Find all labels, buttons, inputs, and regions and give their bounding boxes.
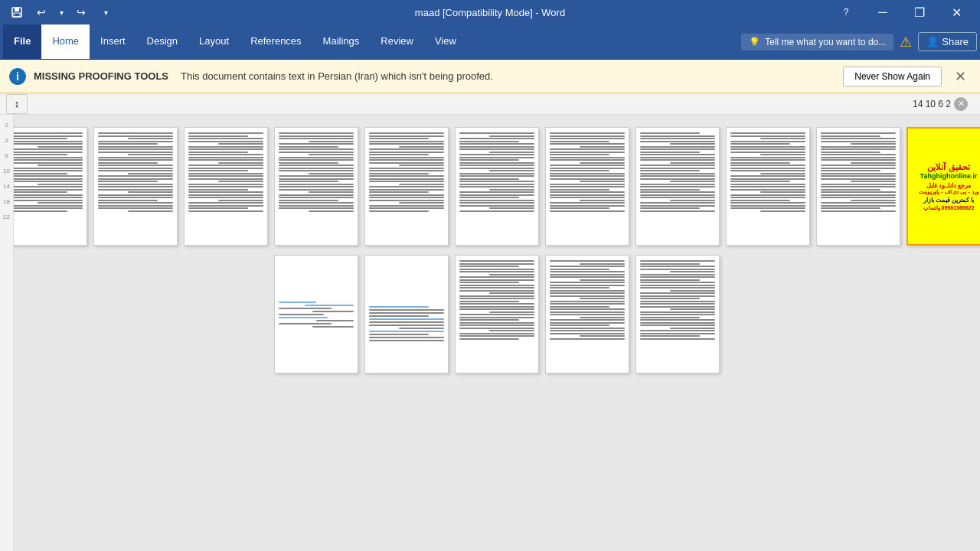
page-thumb-7[interactable]	[545, 127, 629, 246]
customize-qat-button[interactable]: ▾	[95, 2, 116, 23]
window-controls: ? ─ ❐ ✕	[828, 0, 974, 24]
page-thumb-1[interactable]	[14, 127, 87, 246]
page-row-1: تحقیق آنلاین Tahghighonline.ir مرجع دانل…	[14, 127, 980, 246]
svg-rect-1	[15, 8, 19, 11]
ad-site: Tahghighonline.ir	[920, 172, 978, 180]
page-thumb-ad[interactable]: تحقیق آنلاین Tahghighonline.ir مرجع دانل…	[906, 127, 980, 246]
ad-desc: مرجع دانلــود فایل	[926, 182, 971, 189]
share-label: Share	[942, 36, 969, 47]
page-thumb-8[interactable]	[635, 127, 720, 246]
ruler-mark-2b: 2	[5, 133, 8, 148]
undo-button[interactable]: ↩	[31, 2, 52, 23]
left-ruler: 2 2 6 10 14 18 22	[0, 115, 14, 551]
help-button[interactable]: ?	[828, 0, 864, 24]
tell-me-text: Tell me what you want to do...	[765, 37, 886, 47]
page-thumb-3[interactable]	[184, 127, 268, 246]
page-thumb-2[interactable]	[93, 127, 178, 246]
info-bar: i MISSING PROOFING TOOLS This document c…	[0, 60, 980, 93]
warning-icon: ⚠	[900, 34, 912, 51]
ad-phone: 09981366622 واتساپ	[923, 205, 975, 211]
document-area: تحقیق آنلاین Tahghighonline.ir مرجع دانل…	[14, 115, 980, 551]
tab-review[interactable]: Review	[370, 24, 424, 59]
ruler-mark-10: 10	[3, 164, 10, 179]
share-button[interactable]: 👤 Share	[918, 32, 977, 51]
zoom-indicator: 14 10 6 2 ✕	[913, 97, 968, 111]
ruler-mark-14: 14	[3, 179, 10, 194]
lightbulb-icon: 💡	[749, 37, 760, 47]
ruler-strip: ↕ 14 10 6 2 ✕	[0, 93, 980, 115]
page-thumb-15[interactable]	[545, 255, 629, 373]
ruler-mark-2: 2	[5, 118, 8, 133]
restore-button[interactable]: ❐	[902, 0, 937, 24]
page-thumb-13[interactable]	[364, 255, 449, 373]
tab-insert[interactable]: Insert	[90, 24, 136, 59]
tab-mailings[interactable]: Mailings	[312, 24, 371, 59]
page-thumb-9[interactable]	[726, 127, 810, 246]
zoom-close-button[interactable]: ✕	[954, 97, 968, 111]
tab-view[interactable]: View	[424, 24, 467, 59]
zoom-values: 14 10 6 2	[913, 99, 951, 109]
tab-file[interactable]: File	[3, 24, 41, 59]
window-title: maad [Compatibility Mode] - Word	[415, 7, 565, 18]
redo-button[interactable]: ↪	[70, 2, 92, 23]
close-button[interactable]: ✕	[939, 0, 974, 24]
ribbon-right: 💡 Tell me what you want to do... ⚠ 👤 Sha…	[741, 24, 977, 59]
undo-dropdown-button[interactable]: ▾	[55, 2, 67, 23]
tab-references[interactable]: References	[240, 24, 312, 59]
info-message: This document contains text in Persian (…	[181, 70, 493, 82]
ad-content: تحقیق آنلاین Tahghighonline.ir مرجع دانل…	[908, 129, 980, 244]
page-thumb-12[interactable]	[274, 255, 358, 373]
ad-cta: با کمترین قیمت بازار	[923, 197, 975, 204]
ruler-mark-22: 22	[3, 210, 10, 225]
ribbon: File Home Insert Design Layout Reference…	[0, 24, 980, 60]
page-thumb-14[interactable]	[455, 255, 539, 373]
page-thumb-16[interactable]	[635, 255, 720, 373]
tab-design[interactable]: Design	[136, 24, 188, 59]
ruler-mark-18: 18	[3, 194, 10, 210]
tell-me-box[interactable]: 💡 Tell me what you want to do...	[741, 34, 893, 51]
info-close-button[interactable]: ✕	[949, 66, 971, 87]
page-thumb-5[interactable]	[364, 127, 449, 246]
ruler-toggle-button[interactable]: ↕	[6, 94, 28, 114]
save-button[interactable]	[6, 2, 28, 23]
page-thumb-10[interactable]	[816, 127, 900, 246]
ruler-mark-6: 6	[5, 148, 8, 164]
tab-home[interactable]: Home	[41, 24, 90, 59]
never-show-again-button[interactable]: Never Show Again	[843, 67, 942, 86]
ad-title: تحقیق آنلاین	[927, 162, 969, 172]
page-thumb-6[interactable]	[455, 127, 539, 246]
info-bold-text: MISSING PROOFING TOOLS	[34, 70, 168, 82]
tab-layout[interactable]: Layout	[188, 24, 240, 59]
page-row-2	[274, 255, 720, 373]
minimize-button[interactable]: ─	[865, 0, 900, 24]
ad-types: ورد - پی دی اف - پاورپوینت	[919, 189, 978, 195]
main-area: 2 2 6 10 14 18 22	[0, 115, 980, 551]
title-bar: ↩ ▾ ↪ ▾ maad [Compatibility Mode] - Word…	[0, 0, 980, 24]
person-icon: 👤	[926, 36, 939, 47]
quick-access-toolbar: ↩ ▾ ↪ ▾	[6, 2, 116, 23]
info-icon: i	[9, 68, 26, 85]
page-thumb-4[interactable]	[274, 127, 358, 246]
